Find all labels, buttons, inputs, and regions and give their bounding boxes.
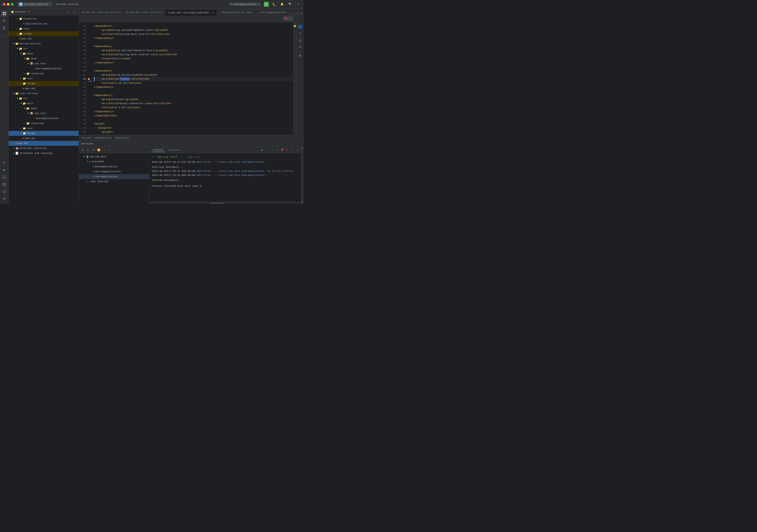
close-widget-button[interactable]: ✕ <box>288 17 292 20</box>
scroll-up-button[interactable]: ▲ <box>302 147 303 150</box>
run-config-selector[interactable]: ⚙ UserApplication ▾ <box>229 3 261 6</box>
tree-item-borrow-application[interactable]: ▶ ☕ BorrowApplication <box>9 66 79 71</box>
tree-item-pom-borrow[interactable]: ▶ m pom.xml <box>9 86 79 91</box>
tree-item-main-user[interactable]: ▼ 📂 main <box>9 101 79 106</box>
search-everywhere-button[interactable]: 🔍 <box>288 2 293 7</box>
tab-book-app[interactable]: ☕ BookApplication.java <box>217 9 255 15</box>
chevron-right-icon: ▶ <box>86 181 89 183</box>
tree-item-pom-user[interactable]: ▶ m pom.xml <box>9 136 79 141</box>
tree-item-test-borrow[interactable]: ▶ 📁 test <box>9 76 79 81</box>
svc-user-app[interactable]: ▶ ▶ UserApplication <box>79 174 149 179</box>
tree-item-com-test-borrow[interactable]: ▼ 📦 com.test <box>9 61 79 66</box>
svc-borrow-app[interactable]: ▶ ▶ BorrowApplication <box>79 169 149 174</box>
run-button[interactable]: ▶ <box>264 2 269 7</box>
svc-not-started[interactable]: ▶ ⊘ Not Started <box>79 179 149 184</box>
tree-item-test-user[interactable]: ▶ 📁 test <box>9 126 79 131</box>
more-tools-button[interactable]: ··· <box>1 33 8 40</box>
settings-icon[interactable]: ⚙ <box>72 10 76 14</box>
breadcrumb-dependency[interactable]: dependency <box>115 136 130 139</box>
vcs-selector[interactable]: Version control ▾ <box>54 3 82 6</box>
notifications-button[interactable]: 🔔 <box>279 2 285 7</box>
scroll-down-button[interactable]: ▼ <box>302 201 303 203</box>
wrap-output-button[interactable]: ↩ <box>285 148 289 152</box>
tree-item-external-libs[interactable]: ▶ 📚 External Libraries <box>9 146 79 151</box>
stop-button[interactable]: ■ <box>270 148 274 152</box>
tab-borrow-app[interactable]: ☕ BorrowApplication <box>255 9 288 15</box>
tree-item-borrow-service[interactable]: ▼ 📂 borrow-service <box>9 41 79 46</box>
tree-item-test[interactable]: ▶ 📁 test <box>9 26 79 31</box>
copilot-button[interactable] <box>298 31 303 36</box>
scroll-end-button[interactable]: ⬇ <box>290 148 294 152</box>
tree-item-user-application[interactable]: ▶ ☕ UserApplication <box>9 116 79 121</box>
services-add-button[interactable]: + <box>107 148 112 153</box>
git-user-icon[interactable]: m <box>298 53 303 58</box>
notifications-icon[interactable] <box>298 38 303 43</box>
debug-button[interactable]: 🐛 <box>272 2 277 7</box>
avatar-button[interactable] <box>298 44 303 50</box>
tree-item-src-user[interactable]: ▼ 📂 src <box>9 96 79 101</box>
tree-item-pom-xml[interactable]: ▶ m pom.xml <box>9 36 79 41</box>
run-console-button[interactable]: ▶ <box>260 148 264 152</box>
tab-pom-spring[interactable]: m pom.xml (springCloudStudy) ✕ <box>165 9 217 15</box>
settings-button[interactable]: ⚙ <box>295 2 301 7</box>
services-up-button[interactable]: ▲ <box>80 148 85 153</box>
structure-panel-toggle[interactable] <box>1 25 8 31</box>
tree-item-resources-user[interactable]: ▶ 📁 resources <box>9 121 79 126</box>
tree-item-src-borrow[interactable]: ▼ 📂 src <box>9 46 79 51</box>
editor-view: 39 40 41 42 43 44 45 46 47 48 49 50 51 5… <box>79 22 304 135</box>
close-tab-button[interactable]: ✕ <box>211 11 214 14</box>
pin-tab-button[interactable]: 📌 <box>280 148 284 152</box>
rerun-button[interactable]: ↺ <box>265 148 269 152</box>
tab-actuator[interactable]: Actuator <box>167 148 182 152</box>
tab-pom-user[interactable]: m pom.xml (user-service) <box>124 9 165 15</box>
breadcrumb-project[interactable]: project <box>81 136 92 139</box>
plugins-button[interactable] <box>1 196 8 202</box>
svc-book-app[interactable]: ▶ ▶ BookApplication <box>79 164 149 169</box>
services-down-button[interactable]: ▼ <box>86 148 90 153</box>
svc-spring-boot[interactable]: ▼ 🍃 Spring Boot <box>79 154 149 159</box>
terminal-panel-toggle[interactable] <box>1 174 8 180</box>
code-editor[interactable]: <dependency> <groupId>org.springframewor… <box>92 22 293 135</box>
tree-item-application-yml[interactable]: ▶ Y application.yml <box>9 21 79 26</box>
collapse-button[interactable]: ▲ <box>299 11 304 15</box>
run-panel-toggle[interactable]: ▶ <box>1 167 8 173</box>
tree-item-java-borrow[interactable]: ▼ 📂 java <box>9 56 79 61</box>
tree-item-root-pom[interactable]: ▶ m pom.xml <box>9 141 79 146</box>
ai-assistant-button[interactable] <box>298 24 303 29</box>
pin-icon[interactable]: 📌 <box>284 17 288 20</box>
breadcrumb-dependencies[interactable]: dependencies <box>95 136 112 139</box>
maximize-button[interactable] <box>11 3 14 6</box>
tree-item-scratches[interactable]: ▶ 📝 Scratches and Consoles <box>9 151 79 156</box>
tree-item-main-borrow[interactable]: ▼ 📂 main <box>9 51 79 56</box>
minimize-button[interactable] <box>7 3 10 6</box>
close-button[interactable] <box>3 3 5 6</box>
tree-item-user-service[interactable]: ▼ 📂 user-service <box>9 91 79 96</box>
tree-item-target-user[interactable]: ▶ 📁 target <box>9 131 79 136</box>
svc-finished-group[interactable]: ▼ ↻ Finished <box>79 159 149 164</box>
scrollbar-thumb[interactable] <box>210 203 224 204</box>
xml-icon: m <box>15 142 17 145</box>
tree-item-com-test-user[interactable]: ▼ 📦 com.test <box>9 111 79 116</box>
git-panel-toggle[interactable] <box>1 18 8 24</box>
services-filter-button[interactable]: 🔽 <box>97 148 101 153</box>
tab-console[interactable]: Console <box>151 148 165 152</box>
tree-item-target[interactable]: ▶ 📁 target <box>9 31 79 36</box>
more-button[interactable]: ⋯ <box>295 148 299 152</box>
services-eye-button[interactable]: 👁 <box>91 148 96 153</box>
problems-panel-toggle[interactable] <box>1 188 8 195</box>
services-panel-toggle[interactable] <box>1 159 8 166</box>
collapse-all-button[interactable]: ⊟ <box>66 10 71 14</box>
tree-item-resources[interactable]: ▶ 📁 resources <box>9 16 79 21</box>
restore-layout-button[interactable]: ⊞ <box>275 148 279 152</box>
hint-line-52[interactable] <box>88 77 92 81</box>
tree-item-java-user[interactable]: ▼ 📂 java <box>9 106 79 111</box>
services-wrap-button[interactable]: ↩ <box>102 148 106 153</box>
tree-item-resources-borrow[interactable]: ▶ 📁 resources <box>9 71 79 76</box>
database-panel-toggle[interactable] <box>1 181 8 187</box>
console-scrollbar[interactable] <box>149 202 301 204</box>
tree-item-target-borrow[interactable]: ▶ 📁 target <box>9 81 79 86</box>
tab-pom-borrow[interactable]: m pom.xml (borrow-service) <box>80 9 124 15</box>
project-selector[interactable]: SC springCloudStudy ▾ <box>17 2 52 7</box>
tabs-overflow-button[interactable]: ‹ › <box>289 13 295 15</box>
project-panel-toggle[interactable] <box>1 11 8 17</box>
